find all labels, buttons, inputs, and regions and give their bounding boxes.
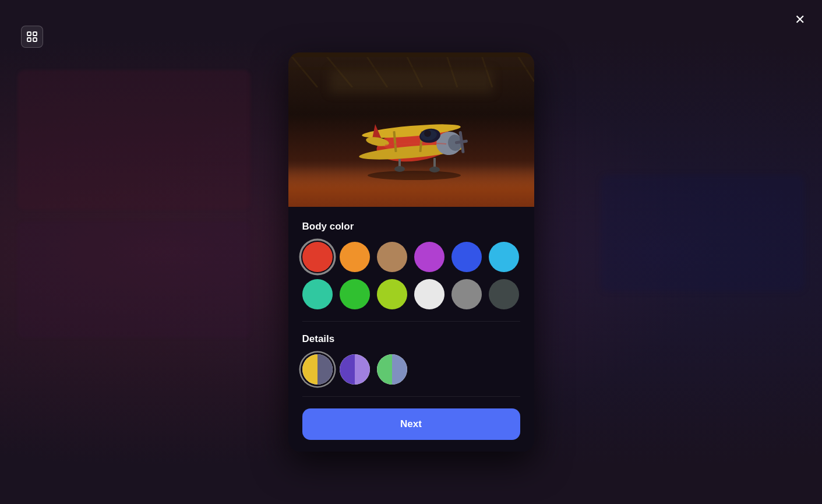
body-color-red[interactable] bbox=[302, 242, 333, 272]
body-color-label: Body color bbox=[302, 221, 520, 232]
divider-2 bbox=[302, 396, 520, 397]
body-color-white[interactable] bbox=[414, 279, 444, 309]
svg-point-35 bbox=[302, 354, 333, 385]
svg-point-13 bbox=[368, 171, 461, 180]
body-color-section: Body color bbox=[302, 221, 520, 309]
details-label: Details bbox=[302, 333, 520, 345]
svg-point-28 bbox=[424, 130, 431, 137]
bg-panel-left2 bbox=[17, 221, 251, 338]
body-color-darkgray[interactable] bbox=[489, 279, 519, 309]
body-color-blue[interactable] bbox=[451, 242, 482, 272]
body-color-green[interactable] bbox=[340, 279, 370, 309]
customization-modal: Body color Details Next bbox=[288, 52, 534, 452]
svg-rect-0 bbox=[27, 32, 31, 36]
svg-rect-1 bbox=[33, 32, 37, 36]
detail-purple-lavender[interactable] bbox=[340, 354, 370, 385]
svg-point-36 bbox=[302, 354, 333, 385]
body-color-gray[interactable] bbox=[451, 279, 482, 309]
divider-1 bbox=[302, 321, 520, 322]
bg-panel-left bbox=[17, 70, 251, 210]
svg-rect-2 bbox=[27, 38, 31, 41]
next-button[interactable]: Next bbox=[302, 408, 520, 440]
detail-yellow-gray[interactable] bbox=[302, 354, 333, 385]
expand-button[interactable] bbox=[21, 26, 43, 48]
svg-point-30 bbox=[429, 167, 440, 172]
svg-rect-3 bbox=[33, 38, 37, 41]
details-grid bbox=[302, 354, 520, 385]
body-color-orange[interactable] bbox=[340, 242, 370, 272]
body-color-tan[interactable] bbox=[377, 242, 407, 272]
body-color-teal[interactable] bbox=[302, 279, 333, 309]
close-button[interactable]: ✕ bbox=[791, 10, 809, 29]
svg-rect-34 bbox=[317, 354, 333, 385]
airplane-illustration bbox=[330, 89, 493, 182]
detail-green-teal[interactable] bbox=[377, 354, 407, 385]
expand-icon bbox=[27, 31, 37, 42]
bg-panel-right bbox=[601, 175, 805, 291]
airplane-preview bbox=[288, 52, 534, 207]
modal-content: Body color Details Next bbox=[288, 207, 534, 452]
body-color-lime[interactable] bbox=[377, 279, 407, 309]
body-color-grid bbox=[302, 242, 520, 309]
svg-rect-33 bbox=[302, 354, 317, 385]
body-color-purple[interactable] bbox=[414, 242, 444, 272]
svg-rect-11 bbox=[288, 52, 534, 57]
body-color-sky[interactable] bbox=[489, 242, 519, 272]
details-section: Details bbox=[302, 333, 520, 385]
svg-point-32 bbox=[394, 166, 405, 172]
